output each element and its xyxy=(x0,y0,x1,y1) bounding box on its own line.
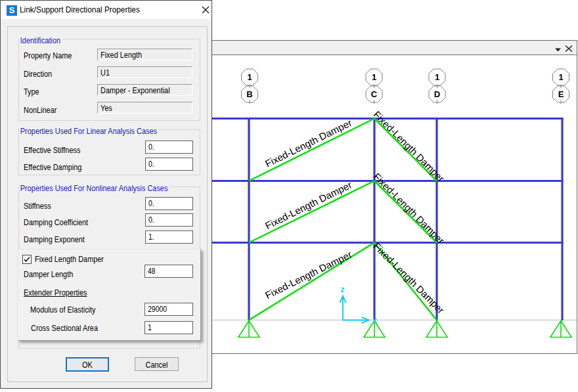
svg-text:C: C xyxy=(371,89,378,99)
svg-text:Fixed-Length Damper: Fixed-Length Damper xyxy=(263,179,354,232)
svg-text:D: D xyxy=(434,89,440,99)
svg-text:z: z xyxy=(341,285,345,294)
svg-text:Fixed-Length Damper: Fixed-Length Damper xyxy=(263,117,354,169)
svg-text:1: 1 xyxy=(372,72,376,82)
svg-text:1: 1 xyxy=(558,72,563,82)
svg-text:1: 1 xyxy=(435,72,439,82)
svg-text:1: 1 xyxy=(247,72,252,82)
svg-text:Fixed-Length Damper: Fixed-Length Damper xyxy=(371,109,447,185)
svg-text:E: E xyxy=(558,89,564,99)
svg-text:Fixed-Length Damper: Fixed-Length Damper xyxy=(371,171,447,246)
svg-text:x: x xyxy=(372,316,377,325)
svg-text:B: B xyxy=(246,89,252,99)
svg-text:Fixed-Length Damper: Fixed-Length Damper xyxy=(371,240,447,316)
